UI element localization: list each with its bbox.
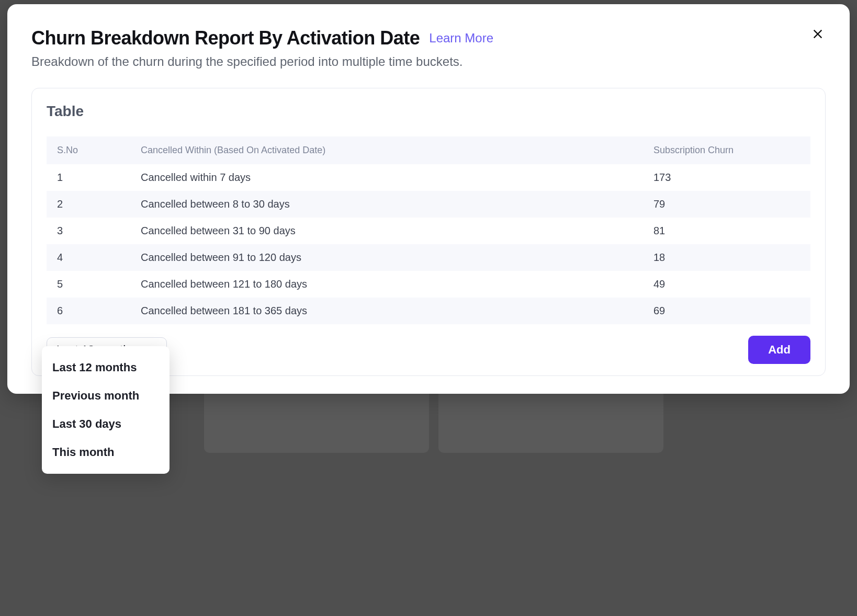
cell-sno: 1 [47,164,130,191]
close-button[interactable] [810,27,826,43]
card-title: Table [47,103,810,120]
add-button[interactable]: Add [748,336,810,364]
cell-sno: 2 [47,191,130,218]
time-range-option[interactable]: Previous month [42,382,170,410]
col-churn: Subscription Churn [643,136,810,164]
churn-table: S.No Cancelled Within (Based On Activate… [47,136,810,324]
close-icon [812,28,824,42]
table-row: 6Cancelled between 181 to 365 days69 [47,298,810,324]
col-sno: S.No [47,136,130,164]
modal-header: Churn Breakdown Report By Activation Dat… [31,27,826,69]
table-wrap: S.No Cancelled Within (Based On Activate… [47,136,810,324]
table-row: 3Cancelled between 31 to 90 days81 [47,218,810,244]
cell-label: Cancelled between 121 to 180 days [130,271,643,298]
cell-label: Cancelled between 8 to 30 days [130,191,643,218]
cell-churn: 69 [643,298,810,324]
learn-more-link[interactable]: Learn More [429,31,493,45]
col-label: Cancelled Within (Based On Activated Dat… [130,136,643,164]
cell-sno: 4 [47,244,130,271]
modal-subtitle: Breakdown of the churn during the specif… [31,54,800,69]
time-range-dropdown: Last 12 monthsPrevious monthLast 30 days… [42,346,170,474]
time-range-option[interactable]: Last 12 months [42,353,170,382]
cell-sno: 5 [47,271,130,298]
modal-title: Churn Breakdown Report By Activation Dat… [31,27,420,49]
cell-churn: 49 [643,271,810,298]
table-row: 2Cancelled between 8 to 30 days79 [47,191,810,218]
time-range-option[interactable]: Last 30 days [42,410,170,438]
table-row: 4Cancelled between 91 to 120 days18 [47,244,810,271]
cell-churn: 18 [643,244,810,271]
cell-sno: 6 [47,298,130,324]
cell-label: Cancelled between 181 to 365 days [130,298,643,324]
table-header-row: S.No Cancelled Within (Based On Activate… [47,136,810,164]
time-range-option[interactable]: This month [42,438,170,466]
table-row: 5Cancelled between 121 to 180 days49 [47,271,810,298]
table-card: Table S.No Cancelled Within (Based On Ac… [31,88,826,376]
cell-label: Cancelled between 91 to 120 days [130,244,643,271]
cell-sno: 3 [47,218,130,244]
cell-churn: 79 [643,191,810,218]
churn-report-modal: Churn Breakdown Report By Activation Dat… [7,4,850,394]
cell-label: Cancelled within 7 days [130,164,643,191]
cell-label: Cancelled between 31 to 90 days [130,218,643,244]
cell-churn: 173 [643,164,810,191]
cell-churn: 81 [643,218,810,244]
table-row: 1Cancelled within 7 days173 [47,164,810,191]
